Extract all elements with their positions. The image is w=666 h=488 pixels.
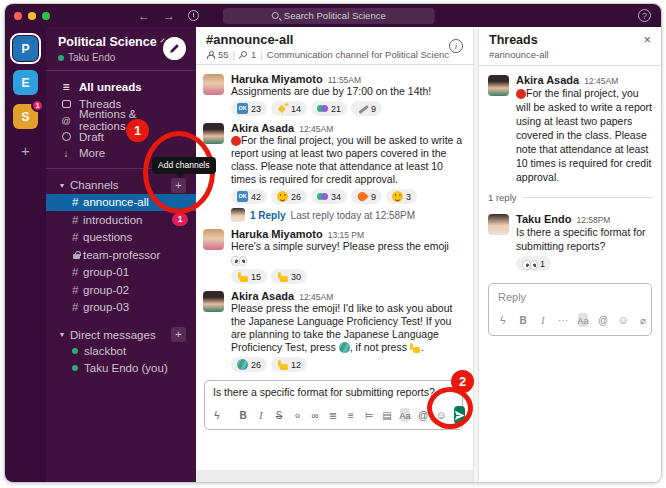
reaction-wink[interactable]: 3 [386, 189, 417, 204]
search-input[interactable]: Search Political Science [223, 8, 435, 24]
blockquote-icon[interactable] [364, 408, 374, 422]
emoji-eyes-icon [231, 254, 246, 265]
avatar[interactable] [488, 214, 509, 235]
shortcuts-icon[interactable] [498, 313, 508, 327]
shortcuts-icon[interactable] [212, 408, 222, 422]
channel-info-icon[interactable]: i [449, 39, 463, 53]
message-user[interactable]: Haruka Miyamoto [231, 73, 323, 85]
thread-root-message: Akira Asada 12:45AM For the final projec… [479, 66, 661, 186]
traffic-lights [14, 12, 50, 20]
hash-icon [72, 231, 83, 243]
reaction-thumbsup[interactable]: 15 [231, 269, 267, 284]
avatar[interactable] [203, 74, 224, 95]
message-composer[interactable]: Is there a specific format for submittin… [204, 380, 463, 430]
reaction-eyes[interactable]: 1 [516, 256, 551, 271]
history-clock-icon[interactable] [188, 10, 199, 21]
message-input[interactable]: Is there a specific format for submittin… [205, 381, 462, 402]
emoji-thumbsup-icon [277, 359, 288, 370]
message-time: 12:45AM [584, 76, 618, 86]
workspace-icon-e[interactable]: E [13, 70, 38, 95]
workspace-icon-s[interactable]: S 1 [13, 104, 38, 129]
format-toggle-button[interactable]: Aa [578, 313, 588, 327]
reaction-pencil[interactable]: 9 [351, 101, 382, 116]
sidebar-channel-group-03[interactable]: group-03 [46, 299, 196, 317]
composer-toolbar: B I S Aa [205, 402, 462, 429]
close-window-button[interactable] [14, 12, 22, 20]
code-block-icon[interactable] [382, 408, 392, 422]
bold-icon[interactable]: B [518, 313, 528, 327]
avatar[interactable] [203, 229, 224, 250]
hash-icon [72, 266, 83, 278]
minimize-window-button[interactable] [28, 12, 36, 20]
reaction-sweat-smile[interactable]: 26 [271, 189, 307, 204]
sidebar-item-all-unreads[interactable]: All unreads [46, 79, 196, 96]
add-workspace-button[interactable]: + [21, 142, 30, 159]
emoji-thumbsup-icon [410, 342, 421, 353]
more-options-icon[interactable] [558, 313, 568, 327]
avatar[interactable] [203, 123, 224, 144]
message-list: Haruka Miyamoto 11:55AM Assignments are … [196, 65, 473, 375]
thread-replies-link[interactable]: 1 Reply [250, 210, 286, 221]
code-icon[interactable] [292, 408, 302, 422]
sidebar-item-mentions[interactable]: Mentions & reactions [46, 112, 196, 129]
reaction-ok[interactable]: 42 [231, 189, 267, 204]
strikethrough-icon[interactable]: S [274, 408, 284, 422]
sidebar-channel-group-02[interactable]: group-02 [46, 281, 196, 299]
thread-reply-composer[interactable]: Reply B I Aa [488, 283, 652, 336]
dm-name: Taku Endo (you) [84, 362, 168, 374]
message-user[interactable]: Akira Asada [231, 290, 294, 302]
unreads-icon [60, 82, 72, 92]
add-dm-button[interactable]: + [171, 327, 186, 342]
avatar[interactable] [203, 291, 224, 312]
message: Akira Asada 12:45AM For the final projec… [196, 119, 473, 225]
members-count[interactable]: 55 [218, 49, 229, 60]
ordered-list-icon[interactable] [328, 408, 338, 422]
reaction-pair[interactable]: 21 [311, 101, 347, 116]
history-back-icon[interactable]: ← [138, 9, 150, 23]
message-user[interactable]: Haruka Miyamoto [231, 228, 323, 240]
workspace-icon-political-science[interactable]: P [13, 36, 38, 61]
threads-panel: Threads #announce-all Akira Asada 12:45A… [479, 27, 661, 482]
avatar[interactable] [488, 75, 509, 96]
history-forward-icon[interactable]: → [163, 9, 175, 23]
thread-reply-bar[interactable]: 1 Reply Last reply today at 12:58PM [231, 208, 465, 222]
sidebar-channel-group-01[interactable]: group-01 [46, 264, 196, 282]
reaction-thumbsup[interactable]: 12 [271, 357, 307, 372]
reaction-pair[interactable]: 34 [311, 189, 347, 204]
pins-count[interactable]: 1 [251, 49, 256, 60]
close-icon[interactable] [643, 33, 651, 46]
search-icon [272, 12, 279, 19]
bullet-list-icon[interactable] [346, 408, 356, 422]
reaction-globe[interactable]: 26 [231, 357, 267, 372]
threads-header: Threads #announce-all [479, 27, 661, 66]
reply-input[interactable]: Reply [489, 284, 651, 311]
channel-topic[interactable]: Communication channel for Political Scie… [267, 49, 449, 60]
help-icon[interactable]: ? [638, 9, 651, 22]
italic-icon[interactable]: I [538, 313, 548, 327]
reaction-ok[interactable]: 23 [231, 101, 267, 116]
italic-icon[interactable]: I [256, 408, 266, 422]
new-message-button[interactable] [163, 37, 186, 60]
reaction-sparkles[interactable]: 14 [271, 101, 307, 116]
message-user[interactable]: Akira Asada [231, 122, 294, 134]
reaction-thumbsup[interactable]: 30 [271, 269, 307, 284]
sidebar-channel-questions[interactable]: questions [46, 229, 196, 247]
reaction-fire[interactable]: 9 [351, 189, 382, 204]
emoji-picker-icon[interactable] [618, 313, 628, 327]
format-toggle-button[interactable]: Aa [400, 408, 410, 422]
bold-icon[interactable]: B [238, 408, 248, 422]
emoji-red-circle-icon [516, 89, 526, 99]
message-user[interactable]: Taku Endo [516, 213, 571, 225]
attach-icon[interactable] [638, 313, 648, 327]
channel-label: introduction [83, 214, 142, 226]
link-icon[interactable] [310, 408, 320, 422]
workspace-header[interactable]: Political Science Taku Endo [46, 27, 196, 71]
sidebar-channel-team-professor[interactable]: team-professor [46, 246, 196, 264]
sidebar-dm-slackbot[interactable]: slackbot [46, 343, 196, 360]
mention-icon[interactable] [598, 313, 608, 327]
sidebar-dm-taku-endo[interactable]: Taku Endo (you) [46, 360, 196, 377]
dm-section-header[interactable]: Direct messages + [46, 326, 196, 343]
emoji-thumbsup-icon [277, 271, 288, 282]
message-user[interactable]: Akira Asada [516, 74, 579, 86]
zoom-window-button[interactable] [42, 12, 50, 20]
